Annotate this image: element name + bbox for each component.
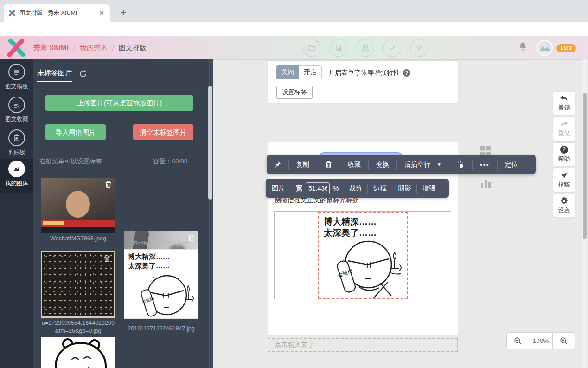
favorite-lines-star-icon bbox=[8, 97, 25, 113]
image-filename: u=2723090554,1644023209&fm=26&gp=0.jpg bbox=[41, 319, 115, 335]
user-avatar[interactable]: xiumi bbox=[537, 40, 553, 56]
upload-image-button[interactable]: 上传图片(可从桌面拖放图片) bbox=[45, 95, 193, 111]
breadcrumb: 秀米 XIUMI / 我的秀米 / 图文排版 bbox=[33, 44, 147, 52]
feature-label: 开启表单字体等增强特性 bbox=[328, 69, 400, 77]
thumbnail-news-photo[interactable] bbox=[41, 178, 115, 233]
crumb-separator: / bbox=[73, 45, 75, 52]
sidebar-item-favorites[interactable]: 图文收藏 bbox=[0, 97, 33, 127]
redo-icon bbox=[560, 121, 569, 128]
gallery-panel: 未标签图片 上传图片(可从桌面拖放图片) 导入网络图片 清空未标签图片 右键菜单… bbox=[33, 59, 213, 368]
hand-click-icon[interactable] bbox=[449, 161, 472, 168]
selected-image[interactable]: 博大精深…… 太深奥了…… 。。 金瓶梅 bbox=[318, 212, 408, 299]
bar-chart-icon[interactable] bbox=[480, 178, 492, 188]
zoom-in-button[interactable] bbox=[552, 332, 575, 349]
check-icon[interactable] bbox=[383, 39, 401, 57]
save-image-icon[interactable] bbox=[330, 39, 347, 57]
breadcrumb-my-xiumi[interactable]: 我的秀米 bbox=[80, 44, 108, 52]
panel-scrollbar[interactable] bbox=[208, 59, 213, 368]
sidebar-item-gallery[interactable]: 我的图库 bbox=[0, 159, 33, 193]
tab-untagged-images[interactable]: 未标签图片 bbox=[37, 69, 72, 82]
transform-button[interactable]: 变换 bbox=[369, 161, 396, 169]
browser-nav-row: xiumi.us/studio/v5#/paper/for/new/cube/0… bbox=[0, 22, 588, 36]
clear-untagged-button[interactable]: 清空未标签图片 bbox=[133, 124, 193, 140]
template-lines-icon bbox=[8, 64, 25, 80]
copy-button[interactable]: 复制 bbox=[289, 161, 317, 169]
zoom-level: 100% bbox=[529, 332, 552, 349]
svg-text:xiumi: xiumi bbox=[542, 51, 548, 54]
delete-trash-icon[interactable] bbox=[317, 161, 340, 168]
thumbnail-comic[interactable]: 博大精深…… 太深奥了…… 。。 金瓶梅 bbox=[124, 249, 198, 319]
sidebar-item-templates[interactable]: 图文模板 bbox=[0, 64, 33, 94]
level-badge: LV.3 bbox=[556, 44, 576, 52]
browser-tab[interactable]: 图文排版 - 秀米 XIUMI ✕ bbox=[4, 4, 110, 22]
element-type-label: 图片 bbox=[266, 184, 291, 193]
gallery-mountain-icon bbox=[8, 161, 25, 177]
insert-blank-line-button[interactable]: 后插空行 ▼ bbox=[397, 161, 449, 169]
zoom-out-button[interactable] bbox=[506, 332, 529, 349]
svg-text:博大精深……: 博大精深…… bbox=[128, 252, 170, 260]
image-block[interactable]: 博大精深…… 太深奥了…… 。。 金瓶梅 bbox=[274, 211, 451, 299]
settings-button[interactable]: 设置 bbox=[553, 194, 575, 218]
print-export-icon[interactable] bbox=[357, 39, 374, 57]
gear-icon bbox=[560, 197, 568, 205]
xiumi-logo[interactable] bbox=[6, 38, 26, 58]
submit-button[interactable]: 投稿 bbox=[553, 168, 575, 192]
context-menu-hint: 右键菜单可以设置标签 bbox=[39, 157, 102, 166]
delete-image-icon[interactable] bbox=[104, 181, 112, 188]
brand-link[interactable]: 秀米 XIUMI bbox=[33, 44, 69, 52]
notification-bell-icon[interactable] bbox=[518, 41, 528, 52]
refresh-icon[interactable] bbox=[79, 70, 87, 78]
new-tab-button[interactable]: + bbox=[117, 6, 130, 19]
capacity-label: 容量：60/80 bbox=[153, 157, 187, 166]
main-scrollbar-thumb[interactable] bbox=[583, 93, 587, 239]
set-tag-button[interactable]: 设置标签 bbox=[276, 86, 313, 99]
width-input[interactable] bbox=[306, 182, 330, 194]
left-rail: 图文模板 图文收藏 剪贴板 我的图库 ❮ 收起 bbox=[0, 59, 33, 368]
folder-icon[interactable] bbox=[303, 39, 320, 57]
width-group: 宽 % bbox=[291, 182, 343, 194]
thumbnail-rubbing[interactable] bbox=[41, 251, 115, 318]
site-favicon bbox=[8, 9, 16, 17]
help-circle-icon[interactable]: ? bbox=[403, 69, 410, 77]
more-options-button[interactable]: ••• bbox=[473, 161, 497, 168]
image-filename: 201011271222461847.jpg bbox=[124, 325, 198, 333]
text-input-placeholder[interactable]: 点击输入文字 bbox=[268, 338, 458, 352]
thumbnail-meme-bear[interactable] bbox=[41, 337, 115, 368]
tab-title: 图文排版 - 秀米 XIUMI bbox=[19, 9, 97, 17]
clipboard-icon bbox=[8, 129, 25, 146]
zoom-bar: 100% bbox=[506, 332, 575, 349]
crumb-separator: / bbox=[112, 45, 114, 52]
help-button[interactable]: ? 帮助 bbox=[553, 142, 575, 167]
redo-button[interactable]: 重做 bbox=[553, 117, 575, 141]
help-icon: ? bbox=[560, 146, 568, 154]
toggle-off-button[interactable]: 关闭 bbox=[276, 65, 299, 79]
image-filename: 5cdba1d37c990.jpeg bbox=[124, 240, 198, 248]
svg-text:太深奥了……: 太深奥了…… bbox=[128, 262, 170, 270]
image-filename: WechatIMG7868.jpeg bbox=[41, 235, 115, 243]
shadow-button[interactable]: 阴影 bbox=[392, 184, 416, 193]
enhance-toggle: 关闭 开启 bbox=[276, 65, 322, 79]
pin-icon[interactable] bbox=[267, 161, 288, 168]
browser-tab-strip: 图文排版 - 秀米 XIUMI ✕ + bbox=[0, 0, 588, 22]
crop-button[interactable]: 裁剪 bbox=[343, 184, 367, 193]
undo-button[interactable]: 撤销 bbox=[553, 91, 575, 116]
enhance-settings-card: 关闭 开启 开启表单字体等增强特性 ? 设置标签 bbox=[268, 60, 458, 103]
sidebar-item-clipboard[interactable]: 剪贴板 bbox=[0, 129, 33, 160]
chevron-down-icon: ▼ bbox=[437, 162, 441, 167]
breadcrumb-layout: 图文排版 bbox=[119, 44, 147, 52]
delete-image-icon[interactable] bbox=[103, 255, 111, 263]
tab-close-icon[interactable]: ✕ bbox=[97, 9, 106, 17]
enhance-button[interactable]: 增强 bbox=[417, 184, 441, 193]
triangle-down-icon[interactable] bbox=[410, 39, 428, 57]
import-web-image-button[interactable]: 导入网络图片 bbox=[45, 124, 106, 140]
element-toolbar: 复制 收藏 变换 后插空行 ▼ ••• 定位 bbox=[267, 155, 536, 174]
toggle-on-button[interactable]: 开启 bbox=[299, 65, 322, 79]
image-properties-bar: 图片 宽 % 裁剪 边框 阴影 增强 bbox=[266, 179, 449, 198]
paper-plane-icon bbox=[560, 172, 568, 179]
app-header: 秀米 XIUMI / 我的秀米 / 图文排版 xiumi LV.3 bbox=[0, 36, 588, 59]
favorite-button[interactable]: 收藏 bbox=[340, 161, 368, 169]
undo-icon bbox=[560, 95, 569, 102]
locate-button[interactable]: 定位 bbox=[498, 161, 525, 169]
border-button[interactable]: 边框 bbox=[368, 184, 392, 193]
svg-text:太深奥了……: 太深奥了…… bbox=[323, 228, 377, 238]
